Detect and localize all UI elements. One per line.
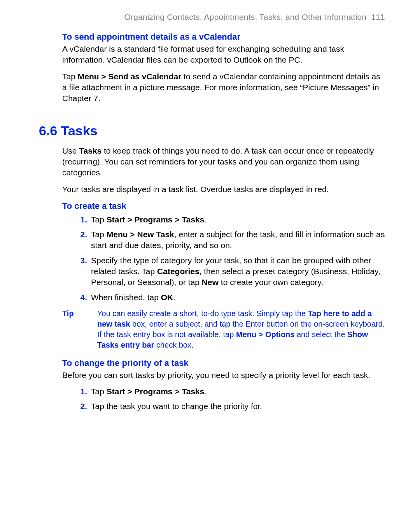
page-number: 111 [371, 12, 385, 21]
tasks-intro: Use Tasks to keep track of things you ne… [62, 145, 385, 412]
text: . [204, 387, 206, 396]
create-task-list: 1. Tap Start > Programs > Tasks. 2. Tap … [62, 214, 385, 303]
list-number: 4. [75, 292, 87, 303]
tasks-intro-p2: Your tasks are displayed in a task list.… [62, 184, 385, 195]
text: Tap the task you want to change the prio… [91, 402, 262, 411]
list-text: When finished, tap OK. [91, 292, 385, 303]
list-item: 4. When finished, tap OK. [75, 292, 385, 303]
list-number: 2. [75, 229, 87, 251]
text: You can easily create a short, to-do typ… [97, 309, 308, 318]
text: When finished, tap [91, 293, 161, 302]
text: and select the [294, 330, 347, 339]
text: Tap [62, 72, 78, 81]
text: Use [62, 146, 79, 155]
list-number: 3. [75, 255, 87, 288]
list-text: Tap the task you want to change the prio… [91, 401, 385, 412]
list-text: Tap Start > Programs > Tasks. [91, 214, 385, 225]
list-text: Specify the type of category for your ta… [91, 255, 385, 288]
tasks-intro-p1: Use Tasks to keep track of things you ne… [62, 145, 385, 178]
priority-p1: Before you can sort tasks by priority, y… [62, 370, 385, 381]
subheading-change-priority: To change the priority of a task [62, 357, 385, 369]
list-text: Tap Menu > New Task, enter a subject for… [91, 229, 385, 251]
bold-ok: OK [161, 293, 173, 302]
section-title-tasks: 6.6 Tasks [39, 122, 385, 140]
subheading-create-task: To create a task [62, 200, 385, 212]
menu-path: Start > Programs > Tasks [107, 215, 205, 224]
tip-body: You can easily create a short, to-do typ… [97, 308, 385, 350]
menu-path: Start > Programs > Tasks [107, 387, 205, 396]
bold-tasks: Tasks [79, 146, 102, 155]
list-number: 1. [75, 386, 87, 397]
text: . [204, 215, 206, 224]
tip-label: Tip [62, 308, 97, 350]
list-item: 1. Tap Start > Programs > Tasks. [75, 214, 385, 225]
list-number: 1. [75, 214, 87, 225]
list-item: 2. Tap the task you want to change the p… [75, 401, 385, 412]
text: Tap [91, 387, 107, 396]
bold-new: New [202, 278, 219, 287]
vcalendar-p2: Tap Menu > Send as vCalendar to send a v… [62, 71, 385, 104]
vcalendar-section: To send appointment details as a vCalend… [62, 31, 385, 104]
list-item: 1. Tap Start > Programs > Tasks. [75, 386, 385, 397]
text: Tap [91, 230, 107, 239]
list-item: 2. Tap Menu > New Task, enter a subject … [75, 229, 385, 251]
text: to create your own category. [219, 278, 323, 287]
subheading-vcalendar: To send appointment details as a vCalend… [62, 31, 385, 43]
menu-path: Menu > New Task [107, 230, 174, 239]
running-title: Organizing Contacts, Appointments, Tasks… [124, 12, 367, 21]
vcalendar-p1: A vCalendar is a standard file format us… [62, 44, 385, 66]
text: check box. [154, 341, 193, 349]
list-item: 3. Specify the type of category for your… [75, 255, 385, 288]
priority-list: 1. Tap Start > Programs > Tasks. 2. Tap … [62, 386, 385, 412]
page: Organizing Contacts, Appointments, Tasks… [0, 0, 420, 516]
text: to keep track of things you need to do. … [62, 146, 374, 177]
tip-block: Tip You can easily create a short, to-do… [62, 308, 385, 350]
text: . [173, 293, 175, 302]
menu-path: Menu > Send as vCalendar [78, 72, 182, 81]
list-number: 2. [75, 401, 87, 412]
bold-categories: Categories [157, 267, 200, 276]
list-text: Tap Start > Programs > Tasks. [91, 386, 385, 397]
bold-menu-options: Menu > Options [236, 330, 295, 339]
text: Tap [91, 215, 107, 224]
running-header: Organizing Contacts, Appointments, Tasks… [39, 12, 385, 23]
